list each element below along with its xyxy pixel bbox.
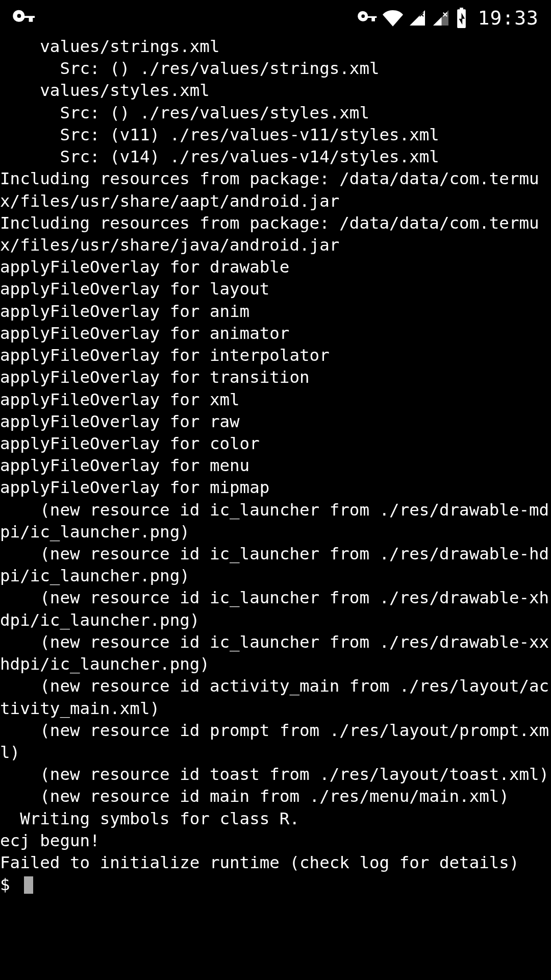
status-left (12, 6, 36, 30)
status-right: × × 19:33 (357, 7, 539, 29)
vpn-key-icon (357, 8, 378, 28)
svg-text:×: × (419, 9, 424, 19)
wifi-icon (383, 8, 403, 28)
status-bar: × × 19:33 (0, 0, 551, 36)
status-clock: 19:33 (478, 7, 539, 29)
terminal-output[interactable]: values/strings.xml Src: () ./res/values/… (0, 36, 551, 896)
cellular-signal-2-icon: × (432, 9, 450, 27)
terminal-lines: values/strings.xml Src: () ./res/values/… (0, 37, 549, 872)
terminal-prompt-line[interactable]: $ (0, 874, 551, 896)
cellular-signal-1-icon: × (408, 9, 427, 27)
svg-text:×: × (442, 9, 448, 19)
vpn-key-icon (12, 6, 36, 30)
battery-charging-icon (455, 8, 468, 28)
terminal-prompt: $ (0, 874, 20, 896)
terminal-cursor (24, 876, 33, 894)
